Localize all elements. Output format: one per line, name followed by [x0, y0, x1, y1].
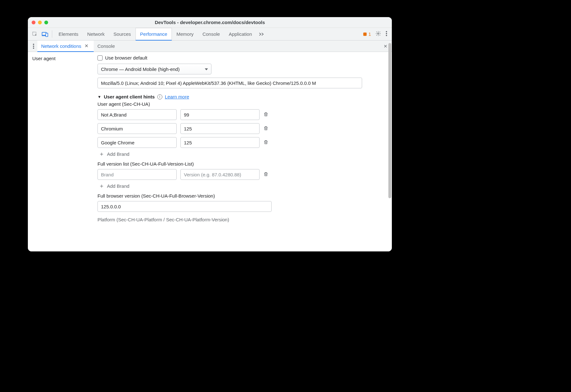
full-browser-version-label: Full browser version (Sec-CH-UA-Full-Bro… [97, 193, 387, 199]
delete-icon[interactable] [263, 125, 268, 132]
tab-application[interactable]: Application [224, 28, 256, 40]
divider [52, 30, 52, 38]
svg-point-10 [33, 47, 34, 49]
delete-icon[interactable] [263, 111, 268, 118]
close-icon[interactable]: ✕ [83, 43, 90, 49]
warnings-count: 1 [368, 32, 371, 37]
svg-point-7 [386, 35, 387, 36]
svg-point-8 [33, 44, 34, 45]
full-version-list-row [97, 169, 387, 180]
user-agent-label: User agent [32, 56, 93, 61]
tab-sources[interactable]: Sources [109, 28, 135, 40]
ua-string-input[interactable] [97, 78, 362, 88]
brand-row [97, 123, 387, 134]
fvl-brand-input[interactable] [97, 169, 177, 180]
platform-label-cutoff: Platform (Sec-CH-UA-Platform / Sec-CH-UA… [97, 217, 387, 222]
svg-point-6 [386, 33, 387, 34]
tab-network[interactable]: Network [83, 28, 109, 40]
add-brand-label: Add Brand [107, 183, 129, 189]
full-browser-version-input[interactable] [97, 201, 272, 212]
learn-more-link[interactable]: Learn more [165, 94, 189, 99]
ua-preset-value: Chrome — Android Mobile (high-end) [101, 66, 179, 72]
drawer-tab-console[interactable]: Console [94, 41, 119, 52]
drawer-tabs: Network conditions ✕ Console ✕ [28, 41, 392, 52]
disclosure-triangle-icon[interactable]: ▼ [97, 95, 101, 99]
brand-version-input[interactable] [180, 109, 260, 120]
add-brand-label: Add Brand [107, 151, 129, 157]
fvl-version-input[interactable] [180, 169, 260, 180]
svg-point-9 [33, 46, 34, 47]
plus-icon: ＋ [99, 183, 104, 189]
svg-rect-3 [363, 32, 367, 36]
ua-preset-select[interactable]: Chrome — Android Mobile (high-end) [97, 64, 211, 74]
brand-name-input[interactable] [97, 123, 177, 134]
brand-version-input[interactable] [180, 137, 260, 148]
svg-point-4 [378, 33, 379, 35]
drawer-tab-network-conditions[interactable]: Network conditions ✕ [37, 41, 94, 52]
use-browser-default-checkbox[interactable] [97, 55, 103, 60]
content: User agent Use browser default Chrome — … [28, 52, 392, 251]
tab-performance[interactable]: Performance [135, 28, 172, 41]
warnings-badge[interactable]: 1 [363, 32, 371, 37]
sec-ch-ua-label: User agent (Sec-CH-UA) [97, 101, 387, 107]
device-toolbar-icon[interactable] [40, 28, 50, 40]
inspect-icon[interactable] [30, 28, 40, 40]
svg-point-5 [386, 31, 387, 32]
left-column: User agent [28, 52, 97, 251]
tab-memory[interactable]: Memory [172, 28, 198, 40]
svg-rect-2 [46, 33, 48, 36]
delete-icon[interactable] [263, 171, 268, 178]
brand-row [97, 109, 387, 120]
drawer-tab-label: Network conditions [41, 43, 81, 49]
scrollbar[interactable] [388, 43, 391, 198]
kebab-menu-icon[interactable] [386, 31, 387, 37]
full-version-list-label: Full version list (Sec-CH-UA-Full-Versio… [97, 161, 387, 167]
client-hints-title: User agent client hints [104, 94, 155, 99]
toolbar-right: 1 [363, 28, 390, 40]
add-brand-button[interactable]: ＋ Add Brand [99, 151, 387, 157]
add-brand-button-2[interactable]: ＋ Add Brand [99, 183, 387, 189]
plus-icon: ＋ [99, 151, 104, 157]
brand-name-input[interactable] [97, 109, 177, 120]
titlebar: DevTools - developer.chrome.com/docs/dev… [28, 17, 392, 28]
settings-icon[interactable] [375, 31, 381, 37]
brand-row [97, 137, 387, 148]
window-title: DevTools - developer.chrome.com/docs/dev… [28, 20, 392, 25]
main-tabs: Elements Network Sources Performance Mem… [28, 28, 392, 41]
delete-icon[interactable] [263, 139, 268, 146]
tab-console[interactable]: Console [198, 28, 224, 40]
brand-version-input[interactable] [180, 123, 260, 134]
use-browser-default-label: Use browser default [105, 55, 147, 60]
tab-elements[interactable]: Elements [54, 28, 83, 40]
right-column: Use browser default Chrome — Android Mob… [97, 52, 392, 251]
drawer-menu-icon[interactable] [30, 41, 37, 52]
more-tabs-icon[interactable] [256, 28, 267, 40]
devtools-window: DevTools - developer.chrome.com/docs/dev… [28, 17, 392, 251]
info-icon[interactable]: i [157, 94, 162, 99]
brand-name-input[interactable] [97, 137, 177, 148]
